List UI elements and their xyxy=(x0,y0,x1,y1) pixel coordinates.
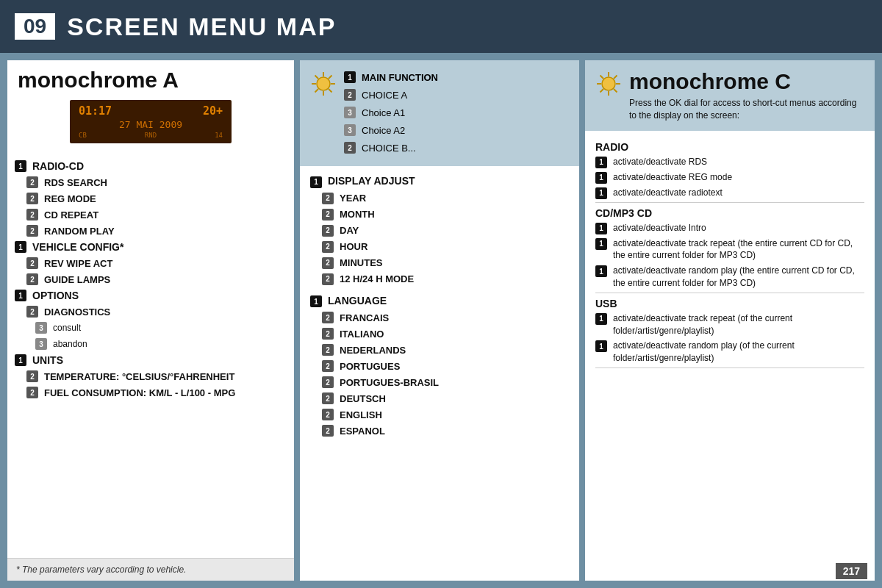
badge: 2 xyxy=(26,257,38,269)
menu-label: ITALIANO xyxy=(340,329,384,340)
badge: 1 xyxy=(15,241,26,253)
display-bottom-right: 14 xyxy=(215,132,223,139)
menu-label: REG MODE xyxy=(44,193,96,204)
col-c-item-text: activate/deactivate RDS xyxy=(613,156,707,168)
col-c-item-text: activate/deactivate REG mode xyxy=(613,171,732,184)
badge: 1 xyxy=(595,157,607,168)
svg-line-14 xyxy=(600,76,604,79)
menu-item: 2CD REPEAT xyxy=(15,207,287,223)
menu-label: MONTH xyxy=(340,209,375,220)
menu-label: FRANCAIS xyxy=(340,312,389,323)
badge: 2 xyxy=(322,209,334,220)
header-title: SCREEN MENU MAP xyxy=(67,12,336,41)
svg-line-8 xyxy=(315,89,319,93)
badge: 1 xyxy=(595,187,607,199)
svg-point-9 xyxy=(602,77,615,90)
header-number: 09 xyxy=(15,13,55,40)
badge: 3 xyxy=(35,322,47,334)
badge: 3 xyxy=(344,107,356,118)
menu-label: PORTUGUES xyxy=(340,361,400,372)
display-bottom-mid: RND xyxy=(145,132,157,139)
col-b-content: 1DISPLAY ADJUST2YEAR2MONTH2DAY2HOUR2MINU… xyxy=(300,166,579,581)
col-c-item: 1activate/deactivate RDS xyxy=(595,156,864,168)
menu-label: RADIO-CD xyxy=(32,160,84,172)
badge: 2 xyxy=(26,306,38,318)
intro-item: 1MAIN FUNCTION xyxy=(344,69,438,85)
badge: 2 xyxy=(322,241,334,253)
menu-item: 2PORTUGUES-BRASIL xyxy=(310,374,569,390)
menu-label: REV WIPE ACT xyxy=(44,258,112,269)
menu-label: YEAR xyxy=(340,193,366,204)
badge: 1 xyxy=(595,223,607,234)
menu-item: 2FUEL CONSUMPTION: KM/L - L/100 - MPG xyxy=(15,384,287,401)
intro-label: CHOICE B... xyxy=(362,143,416,154)
badge: 2 xyxy=(26,193,38,204)
intro-item: 2CHOICE A xyxy=(344,87,438,103)
page-number: 217 xyxy=(836,563,867,579)
menu-item: 2REG MODE xyxy=(15,190,287,207)
menu-item: 1VEHICLE CONFIG* xyxy=(15,239,287,255)
col-c-item-text: activate/deactivate random play (the ent… xyxy=(613,265,864,290)
badge: 1 xyxy=(595,238,607,250)
badge: 2 xyxy=(322,360,334,372)
menu-item: 2DIAGNOSTICS xyxy=(15,304,287,320)
intro-label: CHOICE A xyxy=(362,90,407,101)
badge: 1 xyxy=(15,160,26,172)
svg-line-17 xyxy=(600,89,604,93)
badge: 2 xyxy=(26,387,38,398)
col-c: monochrome C Press the OK dial for acces… xyxy=(585,60,875,581)
badge: 2 xyxy=(322,328,334,340)
col-c-item: 1activate/deactivate track repeat (of th… xyxy=(595,312,864,337)
badge: 2 xyxy=(322,392,334,404)
menu-label: DEUTSCH xyxy=(340,393,386,404)
badge: 1 xyxy=(15,354,26,366)
menu-label: DAY xyxy=(340,225,359,236)
svg-line-5 xyxy=(315,76,319,79)
menu-item: 1OPTIONS xyxy=(15,287,287,304)
col-c-item: 1activate/deactivate radiotext xyxy=(595,187,864,199)
col-c-item-text: activate/deactivate radiotext xyxy=(613,187,723,199)
menu-label: MINUTES xyxy=(340,257,383,268)
col-c-section-label: USB xyxy=(595,298,864,309)
col-c-item-text: activate/deactivate track repeat (the en… xyxy=(613,237,864,262)
badge: 2 xyxy=(322,376,334,388)
menu-label: RDS SEARCH xyxy=(44,177,107,188)
badge: 2 xyxy=(26,176,38,188)
badge: 2 xyxy=(322,273,334,285)
menu-item: 2FRANCAIS xyxy=(310,309,569,326)
col-c-title: monochrome C xyxy=(629,69,864,94)
menu-item: 2RDS SEARCH xyxy=(15,174,287,190)
menu-label: PORTUGUES-BRASIL xyxy=(340,377,439,388)
badge: 1 xyxy=(595,313,607,325)
menu-item: 2MINUTES xyxy=(310,255,569,271)
menu-label: ESPANOL xyxy=(340,426,385,437)
col-a: monochrome A 01:17 20+ 27 MAI 2009 CB RN… xyxy=(7,60,294,581)
menu-label: UNITS xyxy=(32,354,63,366)
badge: 2 xyxy=(322,193,334,204)
col-a-title: monochrome A xyxy=(18,68,284,93)
svg-point-0 xyxy=(317,77,330,90)
menu-label: CD REPEAT xyxy=(44,209,98,220)
svg-line-15 xyxy=(614,89,617,93)
svg-line-7 xyxy=(329,76,332,79)
badge: 1 xyxy=(344,71,356,83)
badge: 2 xyxy=(26,209,38,220)
badge: 2 xyxy=(322,225,334,237)
menu-label: GUIDE LAMPS xyxy=(44,274,110,285)
badge: 1 xyxy=(595,265,607,277)
col-c-item-text: activate/deactivate Intro xyxy=(613,222,706,234)
menu-item: 212 H/24 H MODE xyxy=(310,271,569,287)
menu-label: consult xyxy=(53,323,81,333)
sun-icon-c xyxy=(595,71,622,97)
badge: 2 xyxy=(322,409,334,420)
intro-label: MAIN FUNCTION xyxy=(362,72,438,83)
badge: 2 xyxy=(322,312,334,323)
badge: 1 xyxy=(595,340,607,352)
badge: 2 xyxy=(26,370,38,382)
menu-label: OPTIONS xyxy=(32,290,79,301)
col-c-item: 1activate/deactivate REG mode xyxy=(595,171,864,184)
col-c-intro: Press the OK dial for access to short-cu… xyxy=(629,97,864,122)
menu-item: 2PORTUGUES xyxy=(310,358,569,374)
menu-item: 3consult xyxy=(15,320,287,336)
menu-item: 2GUIDE LAMPS xyxy=(15,271,287,287)
